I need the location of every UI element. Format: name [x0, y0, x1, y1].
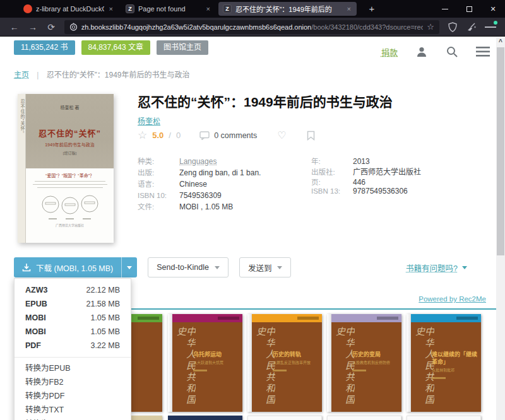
format-name: AZW3 — [25, 286, 47, 295]
scrollbar-thumb[interactable] — [497, 47, 504, 255]
rating-star-icon[interactable]: ☆ — [138, 129, 147, 142]
send-to-kindle-label: Send-to-Kindle — [157, 263, 209, 272]
browser-menu-icon[interactable] — [485, 21, 496, 33]
save-bookmark-icon[interactable] — [307, 131, 315, 141]
minimize-icon — [442, 9, 448, 9]
articles-count-badge[interactable]: 84,837,643 文章 — [81, 40, 150, 55]
library-stats-badges: 11,635,242 书 84,837,643 文章 图书馆主页 — [14, 40, 208, 55]
page-scrollbar[interactable]: ^ — [496, 37, 505, 420]
detail-value: 7549536309 — [179, 191, 222, 200]
recommended-book-2[interactable]: 中华人民共和国史 乌托邦运动从大跃进到大饥荒 — [168, 314, 242, 412]
tab-close-icon[interactable]: × — [108, 5, 114, 13]
download-options-toggle[interactable] — [121, 257, 137, 277]
browser-window: z-library at DuckDuckGo × Z Page not fou… — [0, 0, 505, 420]
format-size: 22.12 MB — [86, 286, 120, 295]
recommended-book-row2-3[interactable] — [247, 416, 322, 420]
send-to-kindle-button[interactable]: Send-to-Kindle — [148, 257, 229, 277]
report-book-problem-link[interactable]: 书籍有问题吗? — [406, 262, 467, 274]
book-details-left: 种类:Languages 出版:Zeng ding ban, di 1 ban.… — [138, 156, 261, 213]
favorite-heart-icon[interactable]: ♡ — [277, 129, 286, 141]
tab-title: 忍不住的“关怀”：1949年前后的 — [235, 4, 342, 14]
dropdown-divider — [15, 357, 131, 358]
action-buttons-row: 下载 (MOBI, 1.05 MB) Send-to-Kindle 发送到 — [14, 257, 291, 277]
detail-row: ISBN 13:9787549536306 — [311, 187, 421, 195]
format-size: 1.05 MB — [90, 313, 120, 322]
cover-publisher: 广西师范大学出版社 — [26, 223, 114, 227]
convert-to-epub-option[interactable]: 转换为EPUB — [15, 361, 131, 375]
cover-bottom-panel: “爱国”？“叛国”？“革命”？ 广西师范 — [26, 168, 114, 243]
recommended-book-subtitle: 从挽救危机到反修防修 — [352, 360, 398, 365]
download-button[interactable]: 下载 (MOBI, 1.05 MB) — [14, 257, 121, 277]
tab-strip: z-library at DuckDuckGo × Z Page not fou… — [0, 0, 505, 18]
new-identity-broom-icon[interactable] — [466, 21, 477, 33]
tab-book-page-active[interactable]: Z 忍不住的“关怀”：1949年前后的 × — [218, 2, 357, 16]
tab-page-not-found[interactable]: Z Page not found × — [121, 2, 216, 16]
format-option-mobi-1[interactable]: MOBI1.05 MB — [15, 311, 131, 325]
recommended-book-5[interactable]: 中华人民共和国史 难以继续的「继续革命」从批林到批邓 — [407, 314, 481, 412]
format-option-mobi-2[interactable]: MOBI1.05 MB — [15, 325, 131, 339]
tab-close-icon[interactable]: × — [205, 5, 211, 13]
detail-row: 出版社:广西师范大学出版社 — [311, 166, 421, 177]
book-cover[interactable]: 忍不住的“关怀” 杨奎松 著 忍不住的“关怀” 1949年前后的书生与政治 [增… — [14, 91, 120, 247]
convert-to-pdf-option[interactable]: 转换为PDF — [15, 389, 131, 403]
recommended-book-row2-2[interactable] — [168, 416, 242, 420]
recommended-book-row2-5[interactable] — [407, 416, 481, 420]
comments-group[interactable]: 0 comments — [199, 131, 257, 140]
url-bar[interactable]: zh.bookszlibb74ugqojhzhg2a63w5i2atv5bqar… — [64, 20, 439, 34]
book-details-right: 年:2013 出版社:广西师范大学出版社 页:446 ISBN 13:97875… — [311, 156, 421, 195]
series-calligraphy: 中华人民共和国史 — [335, 327, 354, 412]
books-count-badge[interactable]: 11,635,242 书 — [14, 40, 75, 55]
recommended-book-3[interactable]: 中华人民共和国史 历史的转轨从拨乱反正到改革开放 — [247, 314, 322, 412]
detail-value: 9787549536306 — [353, 187, 408, 195]
detail-label: ISBN 10: — [138, 190, 179, 201]
search-icon[interactable] — [446, 45, 458, 58]
convert-to-fb2-option[interactable]: 转换为FB2 — [15, 375, 131, 389]
recommended-book-title: 乌托邦运动从大跃进到大饥荒 — [193, 351, 239, 371]
tab-duckduckgo[interactable]: z-library at DuckDuckGo × — [19, 2, 119, 16]
cover-edition: [增订版] — [26, 150, 114, 156]
library-home-badge[interactable]: 图书馆主页 — [157, 40, 208, 55]
format-option-azw3[interactable]: AZW322.12 MB — [15, 283, 131, 297]
back-button[interactable]: ← — [6, 22, 22, 32]
window-close-button[interactable]: ✕ — [481, 0, 505, 18]
new-tab-button[interactable]: + — [365, 3, 379, 15]
donate-link[interactable]: 捐款 — [381, 46, 398, 58]
convert-to-txt-option[interactable]: 转换为TXT — [15, 403, 131, 417]
send-to-button[interactable]: 发送到 — [239, 257, 292, 277]
format-option-epub[interactable]: EPUB21.58 MB — [15, 297, 131, 311]
recommended-book-row2-4[interactable] — [327, 416, 401, 420]
recommended-book-title: 难以继续的「继续革命」从批林到批邓 — [432, 351, 477, 379]
site-menu-icon[interactable] — [476, 46, 490, 57]
reload-button[interactable]: ⟳ — [44, 22, 59, 32]
page-content: 11,635,242 书 84,837,643 文章 图书馆主页 捐款 主页 |… — [0, 37, 496, 420]
send-to-label: 发送到 — [248, 262, 272, 274]
recommended-book-4[interactable]: 中华人民共和国史 历史的变局从挽救危机到反修防修 — [327, 314, 401, 412]
forward-button[interactable]: → — [25, 22, 40, 32]
convert-to-rtf-option[interactable]: 转换为RTF — [15, 417, 131, 420]
book-author-link[interactable]: 杨奎松 — [138, 115, 160, 126]
chevron-down-icon — [215, 266, 220, 269]
scroll-up-arrow-icon[interactable]: ^ — [496, 38, 505, 45]
window-maximize-button[interactable] — [457, 0, 481, 18]
format-name: MOBI — [25, 313, 46, 322]
spine-title: 忍不住的“关怀” — [19, 99, 25, 134]
download-icon — [22, 263, 31, 272]
detail-value: 446 — [353, 178, 365, 187]
window-minimize-button[interactable] — [433, 0, 457, 18]
recommended-book-title: 历史的转轨从拨乱反正到改革开放 — [273, 351, 318, 371]
series-band — [252, 314, 322, 322]
shield-icon[interactable] — [447, 21, 458, 33]
breadcrumb-home-link[interactable]: 主页 — [14, 71, 29, 79]
url-text: zh.bookszlibb74ugqojhzhg2a63w5i2atv5bqar… — [81, 23, 424, 31]
detail-value-categories-link[interactable]: Languages — [179, 157, 217, 166]
url-domain: zh.bookszlibb74ugqojhzhg2a63w5i2atv5bqar… — [81, 23, 312, 31]
detail-row: 出版:Zeng ding ban, di 1 ban. — [138, 167, 261, 178]
user-profile-icon[interactable] — [415, 45, 428, 58]
comment-bubble-icon — [199, 131, 210, 140]
powered-by-rec2me-link[interactable]: Powered by Rec2Me — [419, 295, 486, 303]
bookmark-star-icon[interactable]: ☆ — [427, 22, 434, 32]
tab-close-icon[interactable]: × — [346, 5, 352, 13]
format-option-pdf[interactable]: PDF3.22 MB — [15, 339, 131, 353]
rating-row: ☆ 5.0 / 0 0 comments ♡ — [138, 129, 315, 142]
onion-site-icon — [69, 23, 78, 31]
